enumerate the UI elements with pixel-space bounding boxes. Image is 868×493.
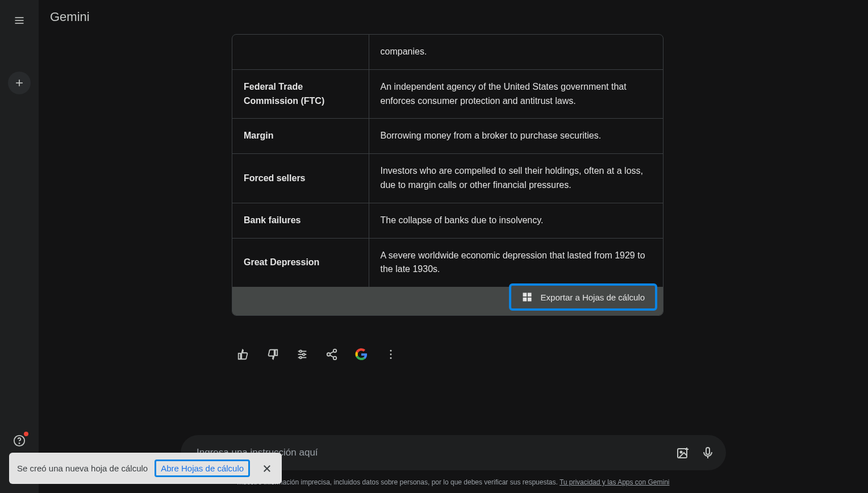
snackbar: Se creó una nueva hoja de cálculo Abre H… [9, 453, 282, 484]
def-cell: The collapse of banks due to insolvency. [369, 203, 663, 238]
mic-icon [701, 446, 715, 459]
disclaimer: muestre información imprecisa, incluidos… [237, 478, 669, 486]
add-image-button[interactable] [676, 446, 690, 459]
thumbs-up-button[interactable] [236, 348, 250, 361]
mic-button[interactable] [701, 446, 715, 459]
more-options-button[interactable] [384, 348, 398, 361]
table-row: companies. [232, 35, 663, 69]
svg-point-19 [333, 357, 337, 360]
term-cell: Federal Trade Commission (FTC) [232, 69, 369, 119]
term-cell: Margin [232, 119, 369, 154]
privacy-link[interactable]: Tu privacidad y las Apps con Gemini [560, 478, 670, 486]
table-row: Forced sellers Investors who are compell… [232, 154, 663, 203]
svg-point-26 [681, 452, 682, 453]
svg-rect-8 [527, 293, 531, 297]
header: Gemini [39, 0, 868, 34]
svg-line-21 [330, 352, 333, 354]
main-content: companies. Federal Trade Commission (FTC… [39, 34, 868, 391]
thumbs-down-button[interactable] [266, 348, 279, 361]
menu-icon [14, 15, 25, 26]
export-label: Exportar a Hojas de cálculo [541, 293, 645, 302]
thumbs-up-icon [237, 348, 249, 361]
help-icon [13, 434, 26, 447]
menu-button[interactable] [8, 9, 31, 32]
google-icon [355, 348, 368, 361]
svg-point-23 [390, 354, 392, 356]
plus-icon [14, 77, 25, 89]
def-cell: A severe worldwide economic depression t… [369, 238, 663, 287]
svg-point-22 [390, 350, 392, 352]
svg-point-15 [303, 353, 305, 356]
svg-point-17 [333, 349, 337, 353]
term-cell [232, 35, 369, 69]
def-cell: Investors who are compelled to sell thei… [369, 154, 663, 203]
close-icon [262, 463, 272, 474]
new-chat-button[interactable] [8, 72, 31, 94]
more-vert-icon [385, 348, 397, 361]
google-search-button[interactable] [354, 348, 368, 361]
thumbs-down-icon [266, 348, 279, 361]
snackbar-message: Se creó una nueva hoja de cálculo [17, 463, 148, 473]
svg-point-24 [390, 357, 392, 359]
response-actions [232, 348, 663, 361]
svg-point-18 [327, 353, 331, 356]
svg-rect-29 [706, 448, 710, 454]
term-cell: Bank failures [232, 203, 369, 238]
table-row: Federal Trade Commission (FTC) An indepe… [232, 69, 663, 119]
term-cell: Great Depression [232, 238, 369, 287]
sidebar [0, 0, 39, 493]
share-button[interactable] [325, 348, 339, 361]
term-cell: Forced sellers [232, 154, 369, 203]
svg-rect-9 [523, 298, 527, 302]
image-plus-icon [676, 446, 690, 459]
svg-point-16 [299, 357, 302, 359]
snackbar-close-button[interactable] [260, 462, 274, 475]
table-row: Margin Borrowing money from a broker to … [232, 119, 663, 154]
def-cell: An independent agency of the United Stat… [369, 69, 663, 119]
svg-rect-10 [527, 298, 531, 302]
app-title: Gemini [50, 10, 90, 24]
sheets-icon [521, 291, 533, 303]
help-button[interactable] [8, 429, 31, 452]
def-cell: Borrowing money from a broker to purchas… [369, 119, 663, 154]
svg-rect-25 [678, 449, 687, 458]
notification-dot [24, 432, 28, 436]
svg-rect-7 [523, 293, 527, 297]
share-icon [326, 348, 338, 361]
tune-icon [296, 348, 308, 361]
table-row: Great Depression A severe worldwide econ… [232, 238, 663, 287]
table-row: Bank failures The collapse of banks due … [232, 203, 663, 238]
def-cell: companies. [369, 35, 663, 69]
snackbar-open-link[interactable]: Abre Hojas de cálculo [155, 459, 250, 477]
svg-line-20 [330, 356, 333, 358]
svg-point-14 [299, 350, 302, 353]
response-table: companies. Federal Trade Commission (FTC… [232, 34, 663, 316]
tune-button[interactable] [295, 348, 309, 361]
svg-point-6 [19, 443, 19, 444]
export-to-sheets-button[interactable]: Exportar a Hojas de cálculo [509, 283, 657, 311]
